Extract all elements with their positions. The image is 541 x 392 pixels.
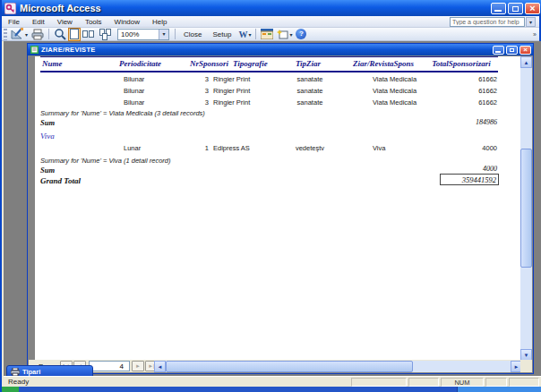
cell-total: 61662 [408,75,497,83]
design-view-icon [11,28,24,40]
report-icon [30,46,39,54]
cell-periodicitate: Bilunar [124,87,144,95]
magnifier-icon [54,28,66,40]
new-object-dropdown-icon: ▾ [289,31,292,38]
cell-tipziar: sanatate [288,75,332,83]
page-navigation-bar: Page: |◄ ◄ ► ►| ◄ ► [29,360,522,372]
menu-window[interactable]: Window [108,16,146,28]
vertical-scrollbar[interactable]: ▲ ▼ [520,56,532,361]
printer-icon [11,368,20,376]
title-bar: Microsoft Access × [2,0,541,16]
toolbar-options-button[interactable]: » [530,28,539,40]
scroll-left-icon[interactable]: ◄ [154,361,166,372]
table-row: Bilunar 3 Ringier Print sanatate Viata M… [35,87,521,98]
menu-tools[interactable]: Tools [79,16,108,28]
design-view-button[interactable]: ▾ [9,28,30,41]
help-question-input[interactable] [450,17,525,27]
col-header-tipziar: TipZiar [286,59,331,68]
scroll-up-icon[interactable]: ▲ [520,56,532,68]
new-object-button[interactable]: ▾ [275,28,294,41]
report-close-button[interactable]: × [520,46,531,55]
minimize-button[interactable] [491,3,506,14]
office-links-icon: W [238,30,247,39]
one-page-icon [70,29,79,39]
num-lock-indicator: NUM [441,378,484,387]
database-window-button[interactable] [259,28,275,41]
system-tray-fragment [457,387,541,392]
sum-value: 184986 [408,118,497,126]
cell-nrsponsori: 3 [151,75,209,83]
status-cell [509,378,539,387]
table-row: Lunar 1 Edipress AS vedeteştv Viva 4000 [35,144,521,155]
one-page-button[interactable] [68,28,81,41]
status-text: Ready [8,378,29,386]
print-button[interactable] [30,28,46,41]
close-preview-button[interactable]: Close [178,28,207,40]
table-row: Bilunar 3 Ringier Print sanatate Viata M… [35,75,521,86]
taskbar [2,387,541,392]
help-icon: ? [296,29,306,39]
zoom-combobox[interactable]: 100% ▾ [117,29,169,40]
two-pages-button[interactable] [81,28,98,41]
zoom-dropdown-icon[interactable]: ▾ [159,30,168,39]
cell-tipografie: Ringier Print [213,75,250,83]
office-links-dropdown-icon: ▾ [248,31,251,38]
mdi-area: ZIARE/REVISTE × Nume Periodicitate NrSpo… [4,41,541,376]
group-name: Viva [40,132,55,141]
app-title: Microsoft Access [20,3,101,13]
cell-tipografie: Edipress AS [213,144,250,152]
setup-button[interactable]: Setup [207,28,236,40]
group-summary: Summary for 'Nume' = Viata Medicala (3 d… [40,109,205,117]
minimized-window[interactable]: Tipari [6,365,93,376]
zoom-value: 100% [118,30,159,38]
toolbar-separator [48,29,49,39]
sum-label: Sum [40,166,55,175]
cell-tipziar: vedeteştv [288,144,332,152]
toolbar-drag-handle[interactable] [4,29,7,40]
grand-total-box: 359441592 [440,174,499,185]
next-page-button[interactable]: ► [132,361,144,371]
report-title-bar[interactable]: ZIARE/REVISTE × [28,44,533,55]
menu-file[interactable]: File [2,16,26,28]
office-links-button[interactable]: W ▾ [236,28,253,41]
start-button-fragment[interactable] [2,387,19,392]
report-window-title: ZIARE/REVISTE [41,46,96,54]
cell-nrsponsori: 3 [151,98,209,107]
status-cell [485,378,507,387]
access-app-icon [4,3,16,14]
scrollbar-corner [520,360,532,372]
group-summary: Summary for 'Nume' = Viva (1 detail reco… [40,157,171,165]
help-dropdown-icon[interactable]: ▾ [526,17,536,27]
menu-view[interactable]: View [51,16,79,28]
menu-bar: File Edit View Tools Window Help ▾ [2,16,539,28]
maximize-button[interactable] [508,3,523,14]
close-button[interactable]: × [525,3,540,14]
cell-total: 4000 [408,144,497,152]
cell-nrsponsori: 1 [151,144,209,152]
table-row: Bilunar 3 Ringier Print sanatate Viata M… [35,98,521,109]
sum-label: Sum [40,118,55,127]
report-restore-button[interactable] [506,46,518,55]
cell-tipziar: sanatate [288,87,332,95]
col-header-nume: Nume [42,59,63,68]
sum-value: 4000 [408,165,497,173]
new-object-icon [277,29,288,39]
zoom-tool-button[interactable] [52,28,68,41]
menu-help[interactable]: Help [146,16,173,28]
print-icon [31,29,44,40]
report-minimize-button[interactable] [493,46,504,55]
horizontal-scrollbar[interactable]: ◄ ► [154,361,522,372]
current-page-input[interactable] [89,361,130,371]
report-window: ZIARE/REVISTE × Nume Periodicitate NrSpo… [27,43,534,374]
col-header-totalsponsorizari: TotalSponsorizari [412,59,511,68]
vertical-scrollbar-thumb[interactable] [520,149,532,268]
cell-periodicitate: Bilunar [124,75,144,83]
menu-edit[interactable]: Edit [26,16,51,28]
multiple-pages-button[interactable] [98,28,115,41]
toolbar-separator [255,29,256,39]
design-view-dropdown-icon: ▾ [25,31,28,38]
two-pages-icon [82,29,96,39]
help-button[interactable]: ? [294,28,308,41]
horizontal-scrollbar-thumb[interactable] [166,361,413,372]
cell-total: 61662 [408,98,497,107]
